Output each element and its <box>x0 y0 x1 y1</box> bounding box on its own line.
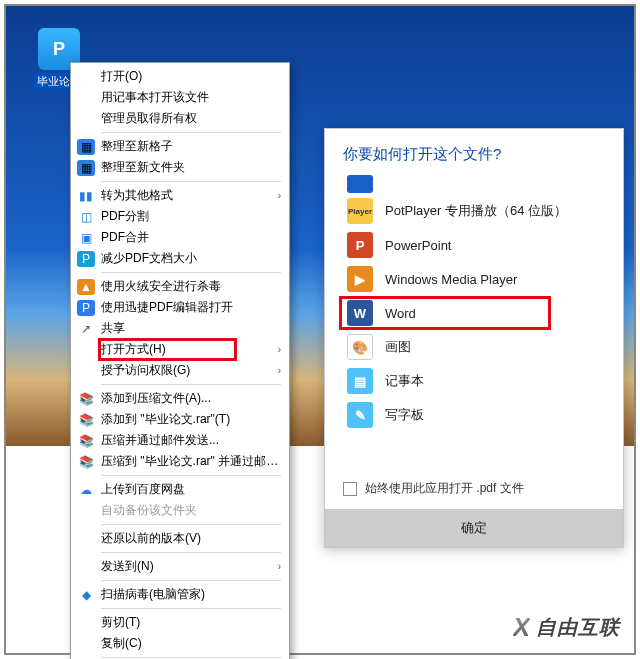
ctx-organize-folder[interactable]: ▦整理至新文件夹 <box>71 157 289 178</box>
open-with-app-partial[interactable] <box>343 174 611 194</box>
open-with-title: 你要如何打开这个文件? <box>325 129 623 174</box>
submenu-arrow-icon: › <box>278 344 281 355</box>
winrar-icon: 📚 <box>77 454 95 470</box>
ctx-restore-prev[interactable]: 还原以前的版本(V) <box>71 528 289 549</box>
submenu-arrow-icon: › <box>278 561 281 572</box>
notepad-icon: ▤ <box>347 368 373 394</box>
ctx-upload-baidu[interactable]: ☁上传到百度网盘 <box>71 479 289 500</box>
merge-icon: ▣ <box>77 230 95 246</box>
paint-icon: 🎨 <box>347 334 373 360</box>
ctx-compress-rar-email[interactable]: 📚压缩到 "毕业论文.rar" 并通过邮件发送 <box>71 451 289 472</box>
ctx-pdf-split[interactable]: ◫PDF分割 <box>71 206 289 227</box>
ctx-huorong[interactable]: ▲使用火绒安全进行杀毒 <box>71 276 289 297</box>
potplayer-icon: Player <box>347 198 373 224</box>
submenu-arrow-icon: › <box>278 190 281 201</box>
grid-icon: ▦ <box>77 139 95 155</box>
ctx-auto-backup: 自动备份该文件夹 <box>71 500 289 521</box>
ctx-open[interactable]: 打开(O) <box>71 66 289 87</box>
ctx-cut[interactable]: 剪切(T) <box>71 612 289 633</box>
app-icon <box>347 175 373 193</box>
watermark-x-icon: X <box>513 612 530 643</box>
always-use-checkbox[interactable] <box>343 482 357 496</box>
ctx-pdf-shrink[interactable]: P减少PDF文档大小 <box>71 248 289 269</box>
always-use-row[interactable]: 始终使用此应用打开 .pdf 文件 <box>325 472 623 509</box>
open-with-app-wordpad[interactable]: ✎ 写字板 <box>343 398 611 432</box>
submenu-arrow-icon: › <box>278 365 281 376</box>
ctx-pdf-merge[interactable]: ▣PDF合并 <box>71 227 289 248</box>
winrar-icon: 📚 <box>77 391 95 407</box>
ctx-xunjie[interactable]: P使用迅捷PDF编辑器打开 <box>71 297 289 318</box>
open-with-app-wmp[interactable]: ▶ Windows Media Player <box>343 262 611 296</box>
ctx-admin[interactable]: 管理员取得所有权 <box>71 108 289 129</box>
ok-button[interactable]: 确定 <box>325 509 623 547</box>
ctx-open-notepad[interactable]: 用记事本打开该文件 <box>71 87 289 108</box>
ctx-add-archive[interactable]: 📚添加到压缩文件(A)... <box>71 388 289 409</box>
ctx-copy[interactable]: 复制(C) <box>71 633 289 654</box>
ctx-share[interactable]: ↗共享 <box>71 318 289 339</box>
open-with-app-powerpoint[interactable]: P PowerPoint <box>343 228 611 262</box>
ctx-compress-email[interactable]: 📚压缩并通过邮件发送... <box>71 430 289 451</box>
open-with-app-paint[interactable]: 🎨 画图 <box>343 330 611 364</box>
context-menu: 打开(O) 用记事本打开该文件 管理员取得所有权 ▦整理至新格子 ▦整理至新文件… <box>70 62 290 659</box>
wmp-icon: ▶ <box>347 266 373 292</box>
powerpoint-icon: P <box>347 232 373 258</box>
wordpad-icon: ✎ <box>347 402 373 428</box>
open-with-app-word[interactable]: W Word <box>343 296 611 330</box>
always-use-label: 始终使用此应用打开 .pdf 文件 <box>365 480 524 497</box>
ctx-send-to[interactable]: 发送到(N)› <box>71 556 289 577</box>
folder-icon: ▦ <box>77 160 95 176</box>
ctx-convert[interactable]: ▮▮转为其他格式› <box>71 185 289 206</box>
open-with-dialog: 你要如何打开这个文件? Player PotPlayer 专用播放（64 位版）… <box>324 128 624 548</box>
ctx-grant-access[interactable]: 授予访问权限(G)› <box>71 360 289 381</box>
blank-icon <box>77 69 95 85</box>
open-with-app-notepad[interactable]: ▤ 记事本 <box>343 364 611 398</box>
watermark-text: 自由互联 <box>536 614 620 641</box>
huorong-icon: ▲ <box>77 279 95 295</box>
winrar-icon: 📚 <box>77 412 95 428</box>
shrink-icon: P <box>77 251 95 267</box>
ctx-open-with[interactable]: 打开方式(H) › <box>71 339 289 360</box>
open-with-app-list: Player PotPlayer 专用播放（64 位版） P PowerPoin… <box>325 174 623 472</box>
ctx-add-to-rar[interactable]: 📚添加到 "毕业论文.rar"(T) <box>71 409 289 430</box>
xunjie-icon: P <box>77 300 95 316</box>
split-icon: ◫ <box>77 209 95 225</box>
ctx-scan-virus[interactable]: ◆扫描病毒(电脑管家) <box>71 584 289 605</box>
word-icon: W <box>347 300 373 326</box>
winrar-icon: 📚 <box>77 433 95 449</box>
ctx-organize-grid[interactable]: ▦整理至新格子 <box>71 136 289 157</box>
watermark: X 自由互联 <box>513 612 620 643</box>
tencent-guard-icon: ◆ <box>77 587 95 603</box>
convert-icon: ▮▮ <box>77 188 95 204</box>
separator <box>101 132 281 133</box>
share-icon: ↗ <box>77 321 95 337</box>
open-with-app-potplayer[interactable]: Player PotPlayer 专用播放（64 位版） <box>343 194 611 228</box>
baidu-icon: ☁ <box>77 482 95 498</box>
